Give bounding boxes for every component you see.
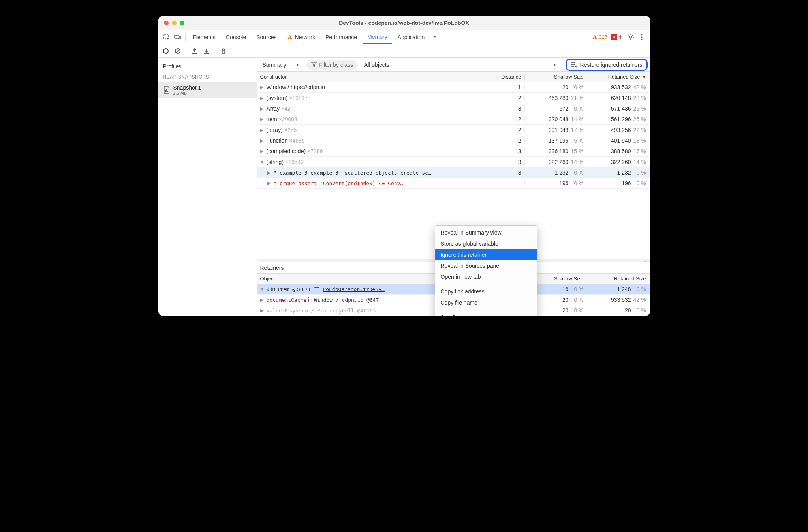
svg-rect-2: [179, 36, 181, 39]
ctx-copy-link[interactable]: Copy link address: [435, 286, 537, 297]
all-objects-dropdown[interactable]: All objects: [362, 62, 549, 68]
ctx-ignore-retainer[interactable]: Ignore this retainer: [435, 249, 537, 260]
chevron-right-icon: ▶: [528, 315, 532, 316]
disclosure-icon[interactable]: ▶: [260, 106, 265, 111]
context-menu: Reveal in Summary view Store as global v…: [435, 225, 537, 316]
chevron-down-icon: ▼: [553, 62, 559, 67]
svg-rect-5: [594, 36, 595, 38]
tab-application[interactable]: Application: [393, 30, 430, 44]
clear-icon[interactable]: [173, 46, 183, 56]
svg-rect-6: [594, 38, 595, 38]
titlebar: DevTools - codepen.io/web-dot-dev/live/P…: [158, 16, 650, 30]
filter-icon: [311, 62, 317, 68]
svg-rect-16: [166, 89, 167, 92]
record-icon[interactable]: [161, 46, 171, 56]
device-icon[interactable]: [173, 32, 183, 42]
tablet-icon: [314, 287, 319, 291]
col-retained-size[interactable]: Retained Size▼: [587, 74, 650, 80]
tab-network[interactable]: Network: [282, 30, 320, 44]
snapshot-name: Snapshot 1: [173, 85, 201, 91]
disclosure-icon[interactable]: ▶: [260, 117, 265, 122]
ctx-open-new-tab[interactable]: Open in new tab: [435, 271, 537, 282]
disclosure-icon[interactable]: ▼: [260, 287, 265, 291]
svg-rect-3: [289, 36, 290, 38]
tab-performance[interactable]: Performance: [321, 30, 362, 44]
table-row[interactable]: ▶"Torque assert 'Convert(endIndex) <= Co…: [257, 178, 650, 189]
restore-ignored-retainers-button[interactable]: Restore ignored retainers: [566, 59, 648, 71]
grid-header: Constructor Distance Shallow Size Retain…: [257, 72, 650, 82]
table-row[interactable]: ▶(compiled code) ×7386 3336 18015 %388 5…: [257, 146, 650, 157]
snapshot-size: 2.2 MB: [173, 91, 201, 96]
disclosure-icon[interactable]: ▶: [260, 308, 265, 313]
col-shallow-size[interactable]: Shallow Size: [524, 74, 587, 80]
svg-rect-15: [165, 90, 166, 92]
tab-memory[interactable]: Memory: [363, 30, 392, 44]
snapshot-icon: [163, 86, 170, 94]
sidebar-item-snapshot[interactable]: Snapshot 1 2.2 MB: [158, 82, 257, 98]
zoom-icon[interactable]: [180, 21, 184, 25]
ctx-sort-by[interactable]: Sort By▶: [435, 312, 537, 316]
disclosure-icon[interactable]: ▼: [260, 160, 265, 164]
class-filter[interactable]: Filter by class: [306, 60, 358, 70]
filter-bar: Summary▼ Filter by class All objects ▼ R…: [257, 58, 650, 72]
sidebar-heading: Profiles: [158, 61, 257, 72]
error-count[interactable]: ×4: [611, 34, 621, 40]
sidebar: Profiles HEAP SNAPSHOTS Snapshot 1 2.2 M…: [158, 58, 257, 316]
table-row[interactable]: ▶Item ×20003 2320 04814 %561 29625 %: [257, 114, 650, 125]
disclosure-icon[interactable]: ▶: [267, 170, 272, 175]
svg-point-11: [163, 49, 168, 53]
tab-elements[interactable]: Elements: [188, 30, 220, 44]
window-controls: [164, 21, 184, 25]
warning-count[interactable]: 327: [592, 34, 608, 40]
col-retained-size[interactable]: Retained Size: [587, 276, 650, 282]
minimize-icon[interactable]: [172, 21, 177, 25]
svg-line-13: [176, 49, 179, 53]
col-constructor[interactable]: Constructor: [257, 74, 494, 80]
disclosure-icon[interactable]: ▶: [260, 85, 265, 90]
tab-network-label: Network: [295, 34, 315, 40]
table-row[interactable]: ▶(system) ×13817 2463 28021 %620 14828 %: [257, 93, 650, 103]
table-row[interactable]: ▶Array ×42 36720 %571 43625 %: [257, 103, 650, 114]
disclosure-icon[interactable]: ▶: [260, 149, 265, 154]
svg-point-9: [641, 36, 642, 38]
kebab-icon[interactable]: [637, 32, 647, 42]
table-row[interactable]: ▶(array) ×255 2391 94817 %493 25622 %: [257, 125, 650, 135]
ctx-reveal-summary[interactable]: Reveal in Summary view: [435, 227, 537, 238]
devtools-window: DevTools - codepen.io/web-dot-dev/live/P…: [158, 16, 650, 316]
disclosure-icon[interactable]: ▶: [267, 181, 272, 186]
disclosure-icon[interactable]: ▶: [260, 96, 265, 101]
ctx-separator: [435, 284, 537, 284]
sidebar-category: HEAP SNAPSHOTS: [158, 72, 257, 82]
tab-console[interactable]: Console: [221, 30, 251, 44]
table-row[interactable]: ▶Window / https://cdpn.io 1200 %933 5324…: [257, 82, 650, 93]
inspect-icon[interactable]: [162, 32, 172, 42]
ctx-store-global[interactable]: Store as global variable: [435, 238, 537, 249]
gear-icon[interactable]: [626, 32, 636, 42]
svg-point-10: [641, 39, 642, 40]
source-link[interactable]: PoLdbOX?anon=true&v…: [323, 286, 385, 292]
svg-rect-1: [175, 35, 179, 38]
table-row[interactable]: ▶" example 3 example 3: scattered object…: [257, 167, 650, 178]
disclosure-icon[interactable]: ▶: [260, 128, 265, 133]
ctx-separator: [435, 310, 537, 310]
ctx-reveal-sources[interactable]: Reveal in Sources panel: [435, 260, 537, 271]
tab-sources[interactable]: Sources: [252, 30, 281, 44]
view-dropdown[interactable]: Summary▼: [259, 60, 303, 70]
more-tabs-icon[interactable]: »: [430, 32, 440, 42]
table-row[interactable]: ▼(string) ×16542 3322 26014 %322 26014 %: [257, 157, 650, 167]
chevron-down-icon: ▼: [295, 62, 299, 67]
col-distance[interactable]: Distance: [494, 74, 524, 80]
save-icon[interactable]: [201, 46, 212, 56]
ctx-copy-filename[interactable]: Copy file name: [435, 297, 537, 308]
table-row[interactable]: ▶Function ×4689 2137 1966 %401 94018 %: [257, 135, 650, 146]
disclosure-icon[interactable]: ▶: [260, 138, 265, 143]
svg-rect-4: [289, 38, 290, 38]
svg-point-7: [629, 36, 632, 38]
disclosure-icon[interactable]: ▶: [260, 297, 265, 303]
window-title: DevTools - codepen.io/web-dot-dev/live/P…: [184, 20, 624, 26]
collect-garbage-icon[interactable]: [218, 46, 229, 56]
sort-desc-icon: ▼: [643, 75, 646, 79]
close-icon[interactable]: [164, 21, 169, 25]
load-icon[interactable]: [190, 46, 200, 56]
svg-point-8: [641, 34, 642, 35]
